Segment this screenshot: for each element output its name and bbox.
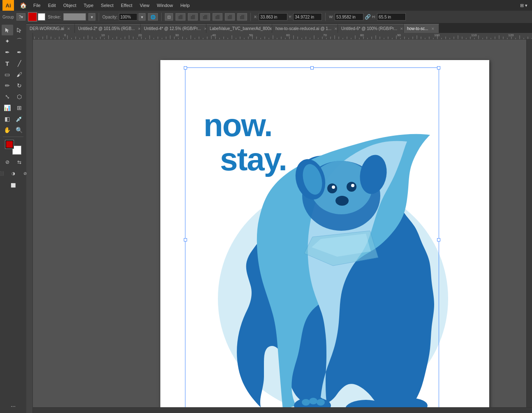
svg-point-153 [332, 186, 335, 189]
tab-4[interactable]: how-to-scale-reduced.ai @ 1... ✕ [272, 24, 338, 33]
svg-text:90: 90 [397, 33, 401, 37]
tab-close-1[interactable]: ✕ [137, 26, 141, 31]
menu-view[interactable]: View [137, 2, 153, 9]
align-bottom-btn[interactable]: ⬛ [237, 13, 247, 21]
pencil-tool[interactable]: ✏ [2, 80, 13, 91]
x-input[interactable] [259, 13, 287, 21]
screen-mode-btn[interactable]: ⬜ [7, 180, 19, 190]
artboard: now. stay. [160, 60, 489, 413]
paintbrush-tool[interactable]: 🖌 [14, 69, 25, 80]
svg-text:20: 20 [138, 33, 142, 37]
svg-text:120: 120 [508, 33, 514, 37]
workspace-switcher[interactable]: ⊞ ▾ [518, 0, 530, 11]
stroke-label: Stroke: [48, 15, 61, 19]
eyedropper-tool[interactable]: 💉 [14, 114, 25, 124]
align-right-btn[interactable]: ⬛ [200, 13, 210, 21]
stroke-input[interactable] [63, 13, 86, 21]
select-tool[interactable] [2, 25, 13, 35]
align-center-h-btn[interactable]: ⬛ [188, 13, 198, 21]
svg-text:0: 0 [64, 33, 66, 37]
tab-2[interactable]: Untitled-4* @ 12.5% (RGB/Pr... ✕ [141, 24, 206, 33]
toolbar-left: ✦ ⌒ ✒ ✒ T ╱ ▭ 🖌 ✏ ↻ ⤡ ⬡ 📊 ⊞ ◧ 💉 ✋ 🔍 [0, 23, 26, 413]
app-logo: Ai [2, 0, 14, 11]
color-btn[interactable]: ⬛ [0, 168, 7, 179]
scale-tool[interactable]: ⤡ [2, 91, 13, 102]
scrollbar-right[interactable] [526, 39, 532, 407]
tab-close-2[interactable]: ✕ [203, 26, 206, 31]
gradient-tool[interactable]: ◧ [2, 114, 13, 124]
hand-tool[interactable]: ✋ [2, 125, 13, 135]
menu-window[interactable]: Window [154, 2, 176, 9]
link-icon[interactable]: 🔗 [365, 14, 371, 20]
menu-type[interactable]: Type [81, 2, 97, 9]
x-label: X: [254, 15, 258, 19]
globe-btn[interactable]: 🌐 [148, 13, 158, 21]
group-options-btn[interactable]: ?▾ [16, 13, 26, 21]
more-tools-btn[interactable]: ··· [7, 401, 19, 411]
stroke-color-swatch[interactable] [38, 13, 45, 21]
foreground-color-box[interactable] [5, 140, 14, 149]
scrollbar-bottom[interactable] [33, 407, 532, 413]
lasso-tool[interactable]: ⌒ [14, 36, 25, 46]
tab-close-0[interactable]: ✕ [66, 26, 71, 31]
color-swatches[interactable] [5, 140, 21, 155]
svg-point-161 [317, 399, 325, 406]
line-tool[interactable]: ╱ [14, 58, 25, 69]
tab-1[interactable]: Untitled-2* @ 101.05% (RGB... ✕ [75, 24, 141, 33]
menu-object[interactable]: Object [60, 2, 79, 9]
tab-5[interactable]: Untitled-6* @ 100% (RGB/Pr... ✕ [338, 24, 404, 33]
gradient-small-btn[interactable]: ◑ [7, 168, 19, 179]
tab-6[interactable]: how-to-sc... ✕ [404, 24, 439, 33]
canvas-area[interactable]: now. stay. [33, 39, 532, 413]
stroke-indicator [6, 141, 13, 148]
stroke-dropdown[interactable]: ▾ [88, 13, 95, 21]
menu-help[interactable]: Help [178, 2, 193, 9]
align-left-btn[interactable]: ⬛ [176, 13, 185, 21]
separator-2 [161, 13, 162, 21]
tab-0[interactable]: DER-WORKING.ai ✕ [26, 24, 75, 33]
tab-close-4[interactable]: ✕ [333, 26, 338, 31]
zoom-tool[interactable]: 🔍 [14, 125, 25, 135]
align-top-btn[interactable]: ⬛ [213, 13, 222, 21]
transform-btn[interactable]: ⊡ [165, 13, 173, 21]
h-input[interactable] [377, 13, 406, 21]
fill-color-swatch[interactable] [28, 12, 37, 21]
direct-select-tool[interactable] [14, 25, 25, 35]
opacity-input[interactable] [119, 13, 137, 21]
tab-label-2: Untitled-4* @ 12.5% (RGB/Pr... [144, 26, 201, 31]
blend-tool[interactable]: ⬡ [14, 91, 25, 102]
magic-wand-tool[interactable]: ✦ [2, 36, 13, 46]
y-input[interactable] [293, 13, 322, 21]
rotate-tool[interactable]: ↻ [14, 80, 25, 91]
swap-color-btn[interactable]: ⇆ [14, 157, 25, 167]
none-btn[interactable]: ⊘ [19, 168, 31, 179]
pen-tool[interactable]: ✒ [2, 47, 13, 58]
ruler-top: 0102030405060708090100110120130 [26, 33, 532, 39]
tab-close-5[interactable]: ✕ [399, 26, 404, 31]
svg-text:40: 40 [212, 33, 216, 37]
svg-text:80: 80 [360, 33, 364, 37]
opacity-label: Opacity: [102, 15, 118, 19]
menu-effect[interactable]: Effect [118, 2, 135, 9]
svg-text:110: 110 [471, 33, 477, 37]
tab-3[interactable]: LabelValue_TVC_bannerAd_800x300-02.pdf* … [206, 24, 272, 33]
menu-edit[interactable]: Edit [45, 2, 59, 9]
mesh-tool[interactable]: ⊞ [14, 102, 25, 113]
home-btn[interactable]: 🏠 [17, 0, 29, 11]
menu-file[interactable]: File [30, 2, 44, 9]
type-tool[interactable]: T [2, 58, 13, 69]
svg-point-159 [302, 399, 310, 406]
svg-text:30: 30 [175, 33, 179, 37]
opacity-dropdown[interactable]: ▾ [139, 13, 146, 21]
svg-text:100: 100 [434, 33, 440, 37]
none-color-btn[interactable]: ⊘ [2, 157, 13, 167]
tab-close-6[interactable]: ✕ [430, 26, 435, 31]
menu-select[interactable]: Select [98, 2, 116, 9]
column-graph-tool[interactable]: 📊 [2, 102, 13, 113]
svg-text:now.: now. [204, 107, 272, 143]
rectangle-tool[interactable]: ▭ [2, 69, 13, 80]
align-center-v-btn[interactable]: ⬛ [225, 13, 235, 21]
w-input[interactable] [335, 13, 363, 21]
add-anchor-tool[interactable]: ✒ [14, 47, 25, 58]
tool-separator-1 [3, 137, 23, 137]
